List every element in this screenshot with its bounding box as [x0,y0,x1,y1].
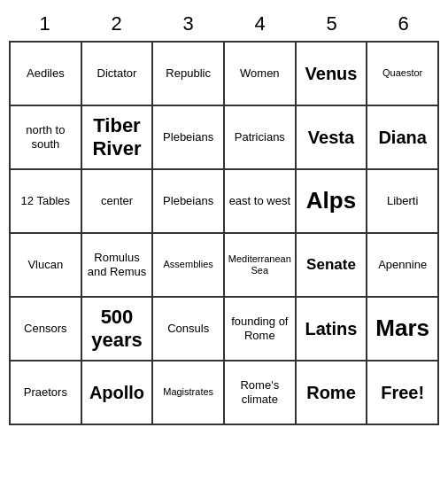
bingo-cell: Mediterranean Sea [225,234,297,298]
bingo-cell: Vesta [297,106,368,170]
bingo-cell: Censors [11,298,82,362]
bingo-cell: Praetors [11,362,82,425]
bingo-cell: east to west [225,170,297,234]
bingo-cell: Women [225,43,297,106]
bingo-cell: north to south [11,106,82,170]
bingo-cell: Diana [367,106,439,170]
bingo-cell: Venus [297,43,368,106]
col-header: 3 [152,9,224,39]
bingo-cell: Free! [367,362,439,425]
bingo-cell: Assemblies [153,234,225,298]
bingo-cell: center [82,170,154,234]
bingo-cell: Aediles [11,43,82,106]
bingo-cell: Republic [153,43,225,106]
bingo-cell: Vlucan [11,234,82,298]
bingo-cell: Tiber River [82,106,154,170]
bingo-cell: Latins [297,298,368,362]
bingo-cell: 12 Tables [11,170,82,234]
col-header: 4 [224,9,296,39]
bingo-cell: Alps [297,170,368,234]
bingo-container: 123456 AedilesDictatorRepublicWomenVenus… [9,9,439,425]
bingo-cell: Apennine [367,234,439,298]
bingo-cell: Mars [367,298,439,362]
bingo-cell: Liberti [367,170,439,234]
col-header: 2 [81,9,152,39]
col-header: 6 [367,9,439,39]
bingo-cell: 500 years [82,298,154,362]
bingo-cell: Rome [297,362,368,425]
col-header: 5 [296,9,367,39]
bingo-cell: Patricians [225,106,297,170]
bingo-cell: Apollo [82,362,154,425]
bingo-cell: Dictator [82,43,154,106]
column-headers: 123456 [9,9,439,39]
bingo-cell: Magistrates [153,362,225,425]
bingo-cell: Quaestor [367,43,439,106]
bingo-cell: Romulus and Remus [82,234,154,298]
bingo-grid: AedilesDictatorRepublicWomenVenusQuaesto… [9,41,439,425]
bingo-cell: founding of Rome [225,298,297,362]
col-header: 1 [9,9,81,39]
bingo-cell: Consuls [153,298,225,362]
bingo-cell: Plebeians [153,170,225,234]
bingo-cell: Plebeians [153,106,225,170]
bingo-cell: Senate [297,234,368,298]
bingo-cell: Rome's climate [225,362,297,425]
